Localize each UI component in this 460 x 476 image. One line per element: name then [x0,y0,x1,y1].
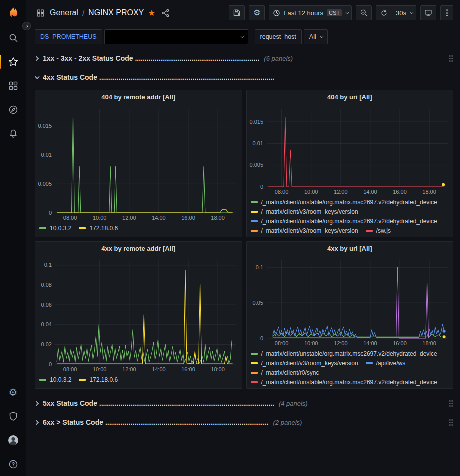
svg-text:16:00: 16:00 [393,340,407,346]
chevron-down-icon [320,34,323,38]
row-header-5xx[interactable]: 5xx Status Code ........................… [35,397,453,410]
breadcrumb-separator: / [82,9,84,17]
chart-4xx-by-remote-addr[interactable]: 00.020.040.060.080.108:0010:0012:0014:00… [35,255,241,373]
favorite-star-icon[interactable]: ★ [148,9,155,17]
svg-text:14:00: 14:00 [363,189,377,195]
request-host-variable-label[interactable]: request_host [255,29,302,44]
legend-item[interactable]: /_matrix/client/unstable/org.matrix.msc2… [251,216,437,226]
sidebar-expand-toggle[interactable] [22,22,31,30]
save-icon [233,9,241,17]
row-drag-handle[interactable] [449,55,453,62]
panel-4xx-by-remote-addr: 4xx by remote addr [All] 00.020.040.060.… [35,241,242,389]
user-avatar[interactable] [0,428,26,452]
panel-title[interactable]: 404 by uri [All] [247,90,453,104]
chart-4xx-by-uri[interactable]: 00.050.108:0010:0012:0014:0016:0018:00 [247,255,453,347]
panel-title[interactable]: 4xx by remote addr [All] [35,242,242,255]
legend-swatch [39,379,46,381]
legend-label: 10.0.3.2 [50,376,71,383]
legend-item[interactable]: /_matrix/client/unstable/org.matrix.msc2… [251,377,437,387]
svg-text:0.01: 0.01 [252,140,263,146]
panel-title[interactable]: 404 by remote addr [All] [35,90,242,104]
svg-text:14:00: 14:00 [363,340,377,346]
legend-swatch [251,372,258,374]
legend-item[interactable]: /sw.js [366,226,391,235]
row-header-1xx-3xx-2xx[interactable]: 1xx - 3xx - 2xx Status Code ............… [35,52,453,65]
svg-text:16:00: 16:00 [393,189,407,195]
dashboard-toolbar: ⚙ Last 12 hours CST [229,5,453,20]
row-title: 6xx > Status Code ......................… [43,418,269,426]
panel-404-by-remote-addr: 404 by remote addr [All] 00.0050.010.015… [35,90,242,237]
row-header-4xx[interactable]: 4xx Status Code ........................… [35,71,453,84]
legend-item[interactable]: /api/live/ws [366,358,406,368]
panels-grid: 404 by remote addr [All] 00.0050.010.015… [35,90,453,389]
save-dashboard-button[interactable] [229,5,245,20]
main-area: General / NGINX PROXY ★ ⚙ [26,0,460,476]
refresh-interval-label: 30s [396,9,406,17]
chevron-right-icon [34,420,39,425]
zoom-out-button[interactable] [356,5,372,20]
legend-label: /_matrix/client/v3/room_keys/version [261,208,358,215]
chart-404-by-remote-addr[interactable]: 00.0050.010.01508:0010:0012:0014:0016:00… [35,104,241,222]
settings-gear-icon: ⚙ [253,9,260,17]
row-header-6xx[interactable]: 6xx > Status Code ......................… [35,416,453,429]
refresh-button-group: 30s [376,5,416,20]
dashboard-settings-button[interactable]: ⚙ [249,5,265,20]
svg-text:0.1: 0.1 [44,262,52,268]
svg-text:0: 0 [260,335,263,341]
legend-swatch [251,353,258,355]
svg-text:0.005: 0.005 [38,181,52,187]
tv-mode-button[interactable] [420,5,436,20]
row-drag-handle[interactable] [449,419,453,426]
refresh-interval-dropdown[interactable]: 30s [392,5,416,20]
legend-item[interactable]: 10.0.3.2 [39,375,71,384]
dashboards-icon[interactable] [0,74,26,98]
row-title: 5xx Status Code ........................… [43,399,274,407]
legend-item[interactable]: /_matrix/client/v3/room_keys/version [251,207,358,216]
datasource-variable-label[interactable]: DS_PROMETHEUS [35,29,102,44]
chevron-down-icon [410,10,413,14]
svg-text:0.015: 0.015 [249,119,263,125]
svg-text:0.08: 0.08 [41,282,52,288]
legend-item[interactable]: /_matrix/client/v3/room_keys/version [251,358,358,368]
avatar-icon [7,434,19,446]
datasource-variable-value-dropdown[interactable] [104,29,248,44]
legend-item[interactable]: /_matrix/client/unstable/org.matrix.msc2… [251,197,437,207]
server-admin-shield-icon[interactable] [0,404,26,428]
alerting-bell-icon[interactable] [0,122,26,146]
svg-text:14:00: 14:00 [152,215,166,221]
row-drag-handle[interactable] [449,400,453,407]
kebab-menu-button[interactable] [440,5,453,20]
time-range-picker[interactable]: Last 12 hours CST [269,5,352,20]
explore-compass-icon[interactable] [0,98,26,122]
legend-item[interactable]: /_matrix/client/unstable/org.matrix.msc2… [251,349,437,358]
grafana-logo[interactable] [0,0,26,26]
legend-swatch [251,362,258,364]
request-host-variable-value-dropdown[interactable]: All [304,29,328,44]
starred-dashboards-icon[interactable] [0,50,26,74]
panel-title[interactable]: 4xx by uri [All] [247,242,453,255]
svg-text:08:00: 08:00 [63,366,77,372]
refresh-button[interactable] [376,5,392,20]
grafana-app: ⚙ ? [0,0,460,476]
legend-item[interactable]: 172.18.0.6 [79,375,118,384]
search-icon[interactable] [0,26,26,50]
chart-404-by-uri[interactable]: 00.0050.010.01508:0010:0012:0014:0016:00… [247,104,453,196]
zoom-out-icon [360,9,368,17]
legend-label: /_matrix/client/unstable/org.matrix.msc2… [261,218,437,225]
legend-item[interactable]: /_matrix/client/r0/sync [251,368,319,377]
legend-item[interactable]: 172.18.0.6 [79,223,118,233]
help-icon[interactable]: ? [0,452,26,476]
breadcrumb-folder[interactable]: General [50,8,78,17]
chart-legend: /_matrix/client/unstable/org.matrix.msc2… [247,347,453,388]
svg-text:?: ? [11,462,14,467]
page-title[interactable]: NGINX PROXY [88,8,144,17]
timezone-badge: CST [327,9,342,16]
configuration-gear-icon[interactable]: ⚙ [0,380,26,404]
legend-item[interactable]: /_matrix/client/v3/room_keys/version [251,226,358,235]
legend-label: /sw.js [376,227,391,234]
legend-item[interactable]: 10.0.3.2 [39,223,71,233]
share-icon[interactable] [161,9,170,17]
svg-text:10:00: 10:00 [93,366,107,372]
svg-text:0.05: 0.05 [252,300,263,306]
legend-label: /_matrix/client/r0/sync [261,369,319,376]
